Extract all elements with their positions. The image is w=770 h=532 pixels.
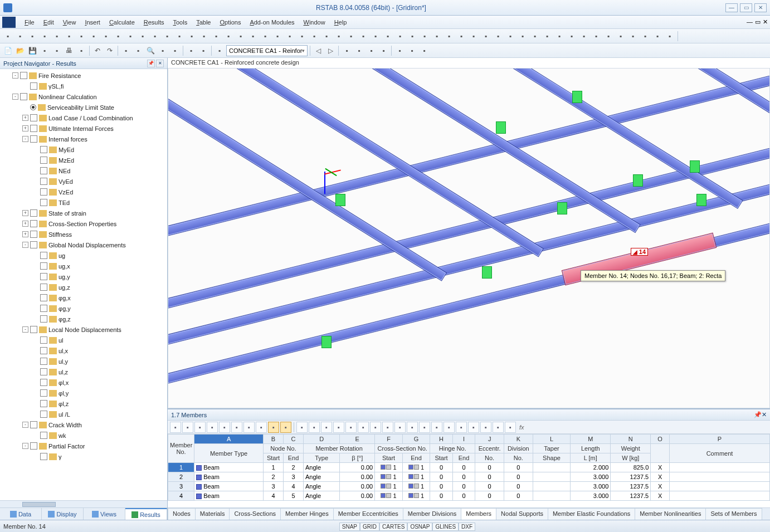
toolbar-button[interactable]: ▪: [529, 31, 540, 42]
table-toolbar-button[interactable]: ▪: [407, 422, 418, 433]
checkbox[interactable]: [20, 93, 27, 100]
tree-item[interactable]: +Cross-Section Properties: [2, 218, 165, 229]
3d-viewport[interactable]: ◢ 14 Member No. 14; Nodes No. 16,17; Bea…: [168, 68, 770, 408]
table-tab-member-eccentricities[interactable]: Member Eccentricities: [333, 508, 403, 520]
table-toolbar-button[interactable]: ▪: [480, 422, 491, 433]
checkbox[interactable]: [40, 453, 47, 460]
minimize-button[interactable]: —: [725, 3, 738, 12]
toolbar-button[interactable]: ▪: [39, 31, 50, 42]
tree-item[interactable]: γ: [2, 451, 165, 462]
menu-calculate[interactable]: Calculate: [105, 17, 139, 28]
table-toolbar-button[interactable]: ▪: [296, 422, 308, 433]
toolbar-button[interactable]: ▪: [603, 31, 614, 42]
status-osnap[interactable]: OSNAP: [407, 523, 432, 531]
checkbox[interactable]: [30, 82, 37, 90]
expander-icon[interactable]: +: [22, 221, 28, 227]
checkbox[interactable]: [40, 400, 47, 407]
tree-item[interactable]: VzEd: [2, 187, 165, 197]
menu-help[interactable]: Help: [330, 17, 352, 28]
toolbar-button[interactable]: ▪: [309, 31, 320, 42]
tree-item[interactable]: γSL,fi: [2, 81, 165, 91]
toolbar-button[interactable]: ▪: [88, 31, 99, 42]
toolbar-button[interactable]: ▪: [333, 31, 344, 42]
toolbar-button[interactable]: ▪: [456, 31, 467, 42]
toolbar-button[interactable]: ▪: [505, 31, 516, 42]
checkbox[interactable]: [30, 125, 37, 132]
expander-icon[interactable]: -: [22, 136, 28, 142]
tree-item[interactable]: φl,x: [2, 377, 165, 388]
toolbar-button[interactable]: ▪: [113, 31, 124, 42]
table-toolbar-button[interactable]: ▪: [370, 422, 381, 433]
table-toolbar-button[interactable]: ▪: [345, 422, 357, 433]
table-toolbar-button[interactable]: ▪: [493, 422, 504, 433]
close-panel-button[interactable]: ✕: [156, 60, 164, 67]
checkbox[interactable]: [30, 209, 37, 217]
nav-tab-views[interactable]: Views: [84, 508, 125, 520]
toolbar-button[interactable]: ▪: [444, 31, 455, 42]
toolbar-button[interactable]: ▪: [186, 45, 197, 56]
toolbar-button[interactable]: ▪: [566, 31, 577, 42]
table-toolbar-button[interactable]: ▪: [243, 422, 255, 433]
table-tab-member-hinges[interactable]: Member Hinges: [280, 508, 334, 520]
toolbar-button[interactable]: ▪: [260, 31, 271, 42]
table-toolbar-button[interactable]: ▪: [280, 422, 291, 433]
toolbar-button[interactable]: ▪: [419, 31, 430, 42]
members-grid[interactable]: MemberNo.ABCDEFGHIJKLMNOPMember TypeNode…: [168, 434, 770, 507]
table-toolbar-button[interactable]: ▪: [505, 422, 516, 433]
checkbox[interactable]: [30, 241, 37, 248]
table-row[interactable]: 3Beam34Angle0.00 1 100003.0001237.5X: [168, 482, 770, 491]
nav-tab-data[interactable]: Data: [0, 508, 42, 520]
menu-view[interactable]: View: [59, 17, 81, 28]
toolbar-button[interactable]: ▪: [321, 31, 332, 42]
toolbar-button[interactable]: ▪: [120, 45, 131, 56]
menu-file[interactable]: File: [20, 17, 39, 28]
tree-item[interactable]: -Global Nodal Displacements: [2, 240, 165, 250]
new-button[interactable]: 📄: [2, 45, 13, 56]
tree-item[interactable]: -Nonlinear Calculation: [2, 91, 165, 102]
tree-item[interactable]: φg,x: [2, 292, 165, 303]
tree-item[interactable]: -Internal forces: [2, 134, 165, 144]
checkbox[interactable]: [40, 315, 47, 323]
toolbar-button[interactable]: ▪: [27, 31, 38, 42]
toolbar-button[interactable]: ▪: [578, 31, 589, 42]
checkbox[interactable]: [40, 262, 47, 270]
toolbar-button[interactable]: ▪: [358, 31, 369, 42]
toolbar-button[interactable]: ▪: [382, 31, 393, 42]
toolbar-button[interactable]: ▪: [542, 31, 553, 42]
menu-add-on-modules[interactable]: Add-on Modules: [245, 17, 299, 28]
toolbar-button[interactable]: ▪: [615, 31, 626, 42]
checkbox[interactable]: [40, 368, 47, 375]
table-toolbar-button[interactable]: ▪: [382, 422, 393, 433]
toolbar-button[interactable]: ▪: [39, 45, 50, 56]
checkbox[interactable]: [30, 220, 37, 227]
tree-item[interactable]: -Crack Width: [2, 419, 165, 430]
toolbar-button[interactable]: ▪: [341, 45, 352, 56]
table-toolbar-button[interactable]: ▪: [231, 422, 242, 433]
toolbar-button[interactable]: ▪: [169, 45, 181, 56]
close-panel-button[interactable]: ✕: [762, 411, 767, 418]
toolbar-button[interactable]: ▪: [76, 31, 87, 42]
checkbox[interactable]: [30, 231, 37, 238]
status-grid[interactable]: GRID: [360, 523, 379, 531]
tree-item[interactable]: ug,y: [2, 271, 165, 282]
table-row[interactable]: 1Beam12Angle0.00 1 100002.000825.0X: [168, 463, 770, 472]
menu-table[interactable]: Table: [192, 17, 215, 28]
toolbar-button[interactable]: ▪: [365, 45, 377, 56]
nav-tab-results[interactable]: Results: [125, 508, 167, 520]
checkbox[interactable]: [40, 336, 47, 344]
checkbox[interactable]: [40, 389, 47, 397]
tree-item[interactable]: -Fire Resistance: [2, 70, 165, 81]
close-button[interactable]: ✕: [754, 3, 767, 12]
toolbar-button[interactable]: ▪: [198, 45, 209, 56]
toolbar-button[interactable]: ▪: [247, 31, 259, 42]
print-button[interactable]: 🖶: [64, 45, 75, 56]
tree-item[interactable]: wk: [2, 430, 165, 441]
toolbar-button[interactable]: ▪: [370, 31, 381, 42]
toolbar-button[interactable]: ▪: [493, 31, 504, 42]
toolbar-button[interactable]: ▪: [627, 31, 639, 42]
tree-item[interactable]: ug,x: [2, 261, 165, 271]
toolbar-button[interactable]: ▪: [296, 31, 308, 42]
table-tab-member-divisions[interactable]: Member Divisions: [403, 508, 461, 520]
toolbar-button[interactable]: ▪: [149, 31, 160, 42]
expander-icon[interactable]: +: [22, 231, 28, 237]
